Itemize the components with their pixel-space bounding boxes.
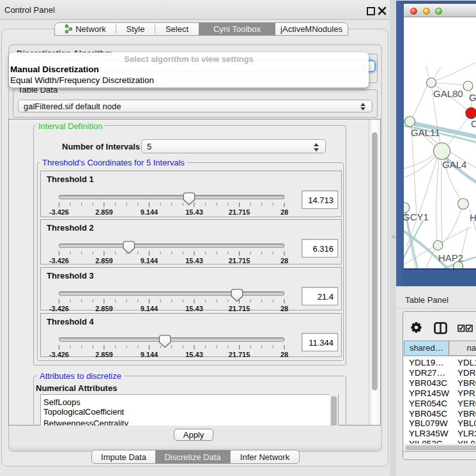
svg-text:15.43: 15.43 [185, 305, 203, 312]
svg-text:2.859: 2.859 [95, 305, 113, 312]
svg-text:2.859: 2.859 [95, 257, 113, 265]
svg-text:9.144: 9.144 [141, 305, 158, 312]
svg-text:28: 28 [280, 351, 288, 358]
svg-text:GA: GA [469, 92, 476, 103]
svg-text:15.43: 15.43 [185, 351, 203, 358]
svg-text:21.715: 21.715 [229, 351, 250, 358]
svg-text:21.715: 21.715 [229, 208, 250, 216]
svg-text:2.859: 2.859 [95, 208, 113, 216]
svg-text:GAL4: GAL4 [442, 159, 466, 170]
svg-text:HAP2: HAP2 [438, 252, 463, 263]
svg-text:-3.426: -3.426 [49, 351, 69, 358]
svg-text:H: H [470, 212, 476, 223]
svg-text:21.715: 21.715 [229, 257, 250, 265]
svg-text:-3.426: -3.426 [49, 257, 69, 265]
svg-text:GAL11: GAL11 [411, 127, 440, 138]
svg-text:9.144: 9.144 [141, 351, 158, 358]
svg-text:C: C [471, 118, 476, 129]
svg-text:28: 28 [280, 257, 288, 265]
svg-text:9.144: 9.144 [141, 257, 158, 265]
svg-text:2.859: 2.859 [95, 351, 113, 358]
svg-text:28: 28 [280, 208, 288, 216]
svg-text:GAL80: GAL80 [433, 88, 463, 99]
svg-text:-3.426: -3.426 [49, 305, 69, 312]
svg-text:15.43: 15.43 [185, 208, 203, 216]
svg-text:21.715: 21.715 [229, 305, 250, 312]
svg-text:GCY1: GCY1 [404, 211, 429, 222]
svg-text:15.43: 15.43 [185, 257, 203, 265]
svg-text:-3.426: -3.426 [49, 208, 69, 216]
svg-text:28: 28 [280, 305, 288, 312]
svg-text:9.144: 9.144 [141, 208, 158, 216]
